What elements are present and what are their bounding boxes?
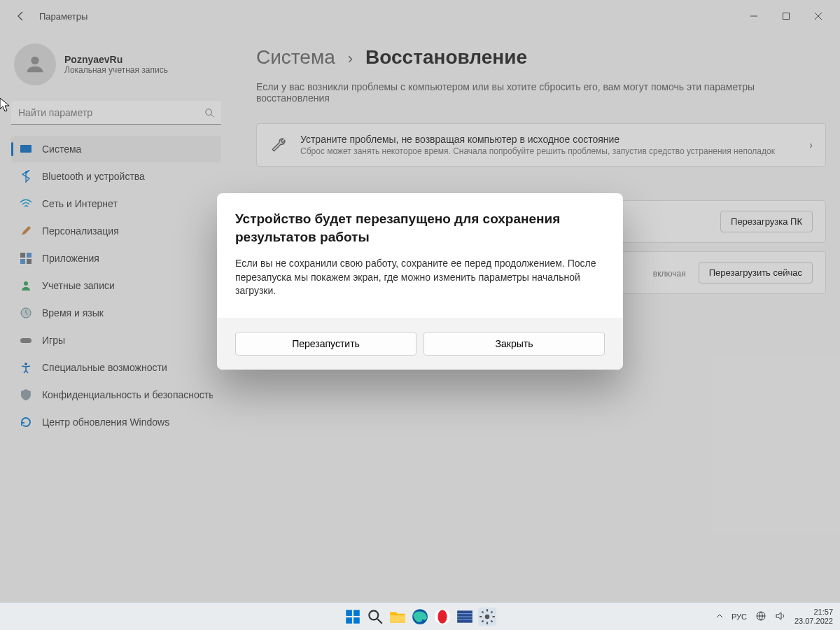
breadcrumb: Система › Восстановление [256,46,826,69]
nav-item-accounts[interactable]: Учетные записи [11,272,221,299]
nav-item-network[interactable]: Сеть и Интернет [11,190,221,217]
svg-rect-17 [354,610,360,616]
bluetooth-icon [20,170,32,183]
breadcrumb-parent[interactable]: Система [256,46,335,69]
svg-point-4 [31,57,38,64]
search-input[interactable] [11,101,221,125]
restart-dialog: Устройство будет перезапущено для сохран… [217,193,623,370]
titlebar: Параметры [0,0,840,32]
svg-rect-22 [390,615,405,622]
svg-line-6 [211,114,214,117]
nav-label: Сеть и Интернет [42,198,118,209]
update-icon [20,416,32,428]
maximize-button[interactable] [770,4,802,29]
app-icon[interactable] [456,608,474,626]
person-icon [20,279,32,292]
user-block[interactable]: PoznyaevRu Локальная учетная запись [11,41,221,98]
svg-rect-16 [346,610,352,616]
mouse-cursor [0,98,10,112]
svg-point-5 [206,108,212,115]
nav-label: Игры [42,335,65,346]
minimize-button[interactable] [738,4,770,29]
opera-icon[interactable] [433,608,451,626]
sidebar: PoznyaevRu Локальная учетная запись Сист… [0,32,224,602]
tray-chevron-icon[interactable] [716,612,723,621]
accessibility-icon [20,361,32,374]
card-troubleshoot[interactable]: Устраните проблемы, не возвращая компьют… [256,123,826,167]
apps-icon [20,252,32,265]
dialog-close-button[interactable]: Закрыть [424,332,605,356]
breadcrumb-separator: › [348,50,353,68]
tray-language[interactable]: РУС [732,612,747,621]
svg-rect-1 [783,13,790,20]
search-icon [204,108,214,118]
brush-icon [20,225,32,237]
svg-rect-7 [20,145,31,153]
window-title: Параметры [39,11,88,22]
settings-taskbar-icon[interactable] [478,608,496,626]
nav-label: Конфиденциальность и безопасность [42,389,213,400]
svg-rect-10 [20,259,25,264]
svg-point-20 [369,610,378,620]
tray-clock[interactable]: 21:57 23.07.2022 [794,608,833,625]
system-tray[interactable]: РУС 21:57 23.07.2022 [716,608,833,625]
dialog-title: Устройство будет перезапущено для сохран… [235,210,605,246]
nav-item-bluetooth[interactable]: Bluetooth и устройства [11,163,221,190]
wifi-icon [20,197,32,210]
nav-list: Система Bluetooth и устройства Сеть и Ин… [11,136,221,435]
chevron-right-icon: › [809,139,813,150]
svg-point-30 [485,614,490,619]
svg-point-25 [438,610,447,624]
card-title: Устраните проблемы, не возвращая компьют… [300,134,797,145]
nav-label: Время и язык [42,307,104,318]
gamepad-icon [20,334,32,346]
nav-label: Персонализация [42,225,119,237]
nav-item-update[interactable]: Центр обновления Windows [11,409,221,435]
user-subtitle: Локальная учетная запись [64,65,168,75]
dialog-text: Если вы не сохранили свою работу, сохран… [235,257,605,298]
svg-rect-19 [354,617,360,624]
edge-icon[interactable] [411,608,429,626]
nav-label: Центр обновления Windows [42,416,169,428]
wrench-icon [270,136,288,154]
tray-time: 21:57 [794,608,833,617]
tray-date: 23.07.2022 [794,617,833,626]
start-button[interactable] [344,608,362,626]
svg-rect-11 [27,259,31,264]
close-button[interactable] [802,4,834,29]
clock-icon [20,307,32,319]
reset-pc-button[interactable]: Перезагрузка ПК [720,211,813,232]
nav-item-time[interactable]: Время и язык [11,300,221,326]
tray-volume-icon[interactable] [775,610,786,623]
svg-rect-18 [346,617,352,624]
explorer-icon[interactable] [388,608,407,626]
svg-line-21 [377,619,382,624]
nav-label: Bluetooth и устройства [42,171,145,182]
nav-item-accessibility[interactable]: Специальные возможности [11,354,221,381]
svg-rect-8 [20,253,25,258]
taskbar-search-icon[interactable] [366,608,384,626]
back-icon[interactable] [15,10,27,22]
nav-item-system[interactable]: Система [11,136,221,162]
card-subtitle-tail: включая [653,269,686,279]
search-field[interactable] [18,107,204,118]
svg-point-12 [24,281,28,286]
card-subtitle: Сброс может занять некоторое время. Снач… [300,146,797,156]
nav-item-gaming[interactable]: Игры [11,327,221,354]
nav-item-privacy[interactable]: Конфиденциальность и безопасность [11,382,221,408]
display-icon [20,143,32,155]
dialog-restart-button[interactable]: Перезапустить [235,332,416,356]
svg-rect-9 [27,253,31,258]
nav-label: Учетные записи [42,280,115,291]
taskbar: РУС 21:57 23.07.2022 [0,602,840,630]
nav-label: Система [42,144,81,155]
user-name: PoznyaevRu [64,54,168,65]
restart-now-button[interactable]: Перезагрузить сейчас [699,262,813,284]
breadcrumb-current: Восстановление [365,46,527,69]
avatar [14,43,56,85]
nav-label: Приложения [42,253,99,264]
nav-item-apps[interactable]: Приложения [11,245,221,272]
shield-icon [20,388,32,401]
nav-item-personalization[interactable]: Персонализация [11,218,221,244]
tray-network-icon[interactable] [755,610,766,623]
